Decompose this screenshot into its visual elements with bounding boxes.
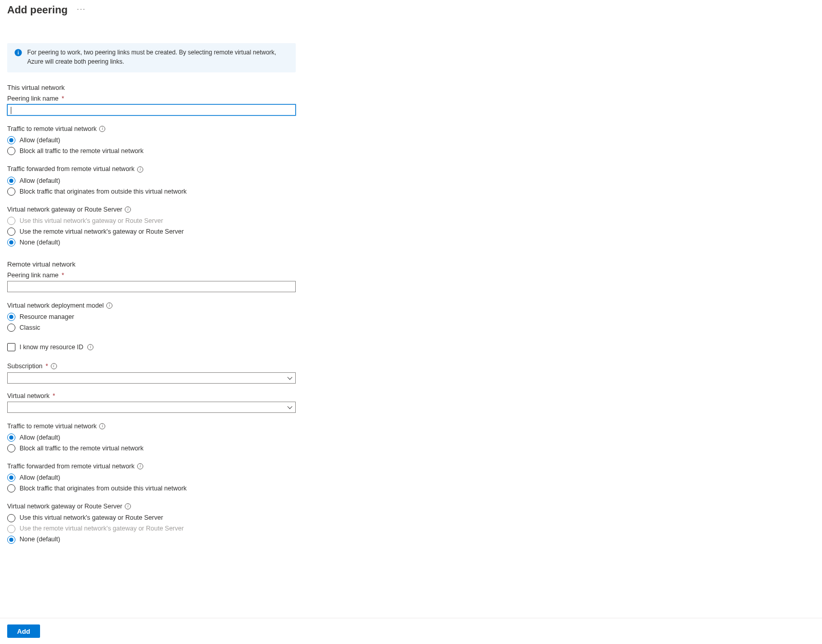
this-gateway-none-radio[interactable]: None (default)	[7, 238, 296, 247]
help-icon[interactable]: i	[137, 166, 143, 173]
this-traffic-to-block-radio[interactable]: Block all traffic to the remote virtual …	[7, 146, 296, 156]
remote-traffic-to-allow-radio[interactable]: Allow (default)	[7, 433, 296, 442]
radio-icon	[7, 324, 15, 332]
radio-icon	[7, 536, 15, 544]
remote-traffic-to-label: Traffic to remote virtual network	[7, 422, 97, 430]
radio-label: Classic	[20, 324, 40, 332]
radio-icon	[7, 444, 15, 452]
radio-icon	[7, 238, 15, 247]
remote-traffic-fwd-label: Traffic forwarded from remote virtual ne…	[7, 462, 135, 470]
radio-label: Use this virtual network's gateway or Ro…	[20, 514, 163, 522]
checkbox-label: I know my resource ID	[20, 343, 83, 351]
page-title: Add peering	[7, 3, 68, 16]
remote-traffic-to-block-radio[interactable]: Block all traffic to the remote virtual …	[7, 444, 296, 453]
radio-label: None (default)	[20, 535, 60, 543]
subscription-select[interactable]	[7, 372, 296, 384]
remote-traffic-fwd-block-radio[interactable]: Block traffic that originates from outsi…	[7, 484, 296, 493]
radio-icon	[7, 514, 15, 522]
info-text: For peering to work, two peering links m…	[27, 48, 289, 66]
radio-label: Block traffic that originates from outsi…	[20, 484, 187, 493]
remote-gateway-use-this-radio[interactable]: Use this virtual network's gateway or Ro…	[7, 514, 296, 523]
radio-icon	[7, 177, 15, 185]
vnet-label: Virtual network	[7, 392, 49, 400]
this-traffic-fwd-allow-radio[interactable]: Allow (default)	[7, 176, 296, 185]
radio-label: Allow (default)	[20, 473, 60, 482]
help-icon[interactable]: i	[51, 363, 57, 369]
radio-icon	[7, 525, 15, 533]
this-link-name-input[interactable]	[7, 104, 296, 116]
radio-label: Block traffic that originates from outsi…	[20, 187, 187, 196]
this-traffic-fwd-block-radio[interactable]: Block traffic that originates from outsi…	[7, 187, 296, 196]
radio-label: Use this virtual network's gateway or Ro…	[20, 217, 163, 225]
remote-deploy-model-label: Virtual network deployment model	[7, 301, 104, 310]
this-link-name-label: Peering link name	[7, 94, 59, 103]
radio-label: Allow (default)	[20, 433, 60, 442]
add-button[interactable]: Add	[7, 624, 40, 638]
radio-icon	[7, 313, 15, 321]
this-gateway-use-remote-radio[interactable]: Use the remote virtual network's gateway…	[7, 227, 296, 236]
info-banner: For peering to work, two peering links m…	[7, 43, 296, 72]
svg-rect-2	[18, 51, 19, 52]
required-icon: *	[46, 362, 48, 370]
remote-traffic-fwd-allow-radio[interactable]: Allow (default)	[7, 473, 296, 482]
radio-icon	[7, 433, 15, 442]
radio-icon	[7, 484, 15, 493]
radio-icon	[7, 473, 15, 482]
svg-rect-1	[18, 52, 19, 54]
subscription-label: Subscription	[7, 362, 43, 370]
radio-label: Block all traffic to the remote virtual …	[20, 147, 144, 155]
radio-label: Use the remote virtual network's gateway…	[20, 524, 184, 533]
help-icon[interactable]: i	[106, 302, 112, 309]
help-icon[interactable]: i	[99, 126, 105, 132]
remote-gateway-none-radio[interactable]: None (default)	[7, 535, 296, 544]
help-icon[interactable]: i	[125, 206, 131, 213]
help-icon[interactable]: i	[99, 423, 105, 429]
radio-icon	[7, 147, 15, 155]
this-traffic-fwd-label: Traffic forwarded from remote virtual ne…	[7, 165, 135, 173]
radio-icon	[7, 228, 15, 236]
this-traffic-to-label: Traffic to remote virtual network	[7, 125, 97, 133]
remote-gateway-label: Virtual network gateway or Route Server	[7, 502, 122, 510]
remote-gateway-use-remote-radio: Use the remote virtual network's gateway…	[7, 524, 296, 534]
help-icon[interactable]: i	[125, 503, 131, 509]
remote-link-name-input[interactable]	[7, 281, 296, 292]
radio-label: Block all traffic to the remote virtual …	[20, 444, 144, 452]
deploy-model-rm-radio[interactable]: Resource manager	[7, 312, 296, 321]
radio-label: None (default)	[20, 238, 60, 247]
know-resource-id-checkbox[interactable]: I know my resource ID i	[7, 343, 296, 352]
this-traffic-to-allow-radio[interactable]: Allow (default)	[7, 136, 296, 145]
radio-icon	[7, 217, 15, 225]
section-this-vnet: This virtual network	[7, 84, 296, 92]
help-icon[interactable]: i	[137, 463, 143, 469]
required-icon: *	[52, 392, 55, 400]
radio-icon	[7, 187, 15, 196]
this-gateway-label: Virtual network gateway or Route Server	[7, 205, 122, 214]
help-icon[interactable]: i	[87, 344, 93, 350]
radio-icon	[7, 136, 15, 144]
vnet-select[interactable]	[7, 402, 296, 413]
more-commands-button[interactable]: ···	[77, 4, 86, 13]
section-remote-vnet: Remote virtual network	[7, 260, 296, 269]
radio-label: Allow (default)	[20, 136, 60, 144]
radio-label: Use the remote virtual network's gateway…	[20, 228, 184, 236]
footer-toolbar: Add	[0, 618, 822, 644]
radio-label: Allow (default)	[20, 177, 60, 185]
deploy-model-classic-radio[interactable]: Classic	[7, 323, 296, 332]
remote-link-name-label: Peering link name	[7, 271, 59, 279]
this-gateway-use-this-radio: Use this virtual network's gateway or Ro…	[7, 216, 296, 225]
info-icon	[14, 49, 22, 56]
checkbox-icon	[7, 343, 15, 351]
required-icon: *	[62, 271, 64, 279]
radio-label: Resource manager	[20, 313, 74, 321]
text-caret-icon	[11, 107, 11, 114]
required-icon: *	[62, 94, 64, 103]
